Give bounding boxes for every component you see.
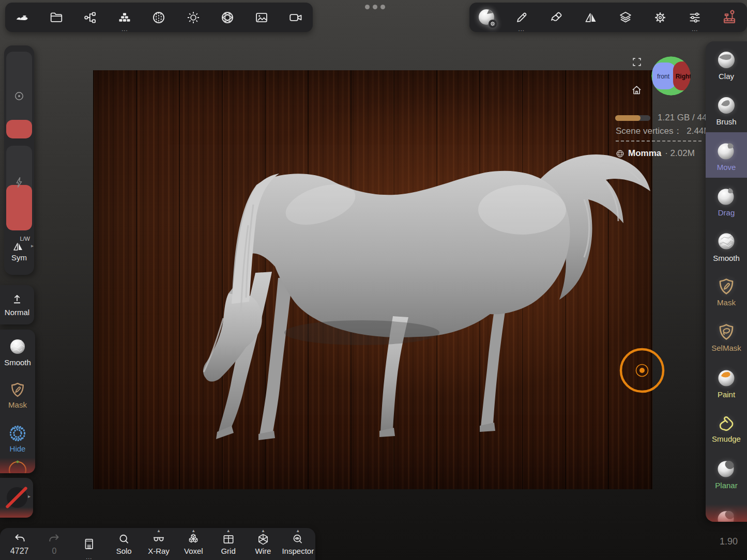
- folder-icon: [49, 10, 64, 25]
- horse-sculpture: [93, 70, 652, 489]
- tool-planar[interactable]: Planar: [706, 450, 747, 496]
- intensity-lightning-icon: [12, 176, 26, 189]
- selmask-tool-icon: [716, 322, 737, 343]
- interface-more-dots: ...: [692, 27, 698, 30]
- grid-caret: ▲: [226, 529, 231, 533]
- history-button[interactable]: ...: [72, 528, 106, 560]
- sym-label: Sym: [4, 253, 34, 262]
- files-button[interactable]: [39, 3, 73, 32]
- tool-mask[interactable]: Mask: [706, 269, 747, 314]
- nomad-sculpt-app: front Right 1.21 GB / 441 M Scene vertic…: [0, 0, 747, 560]
- scene-vertices: Scene vertices： 2.44M: [616, 125, 711, 137]
- topology-button[interactable]: ...: [108, 3, 142, 32]
- gizmo-right-label[interactable]: Right: [676, 73, 692, 80]
- move-tool-icon: [715, 139, 738, 162]
- gizmo-partial-icon[interactable]: [7, 460, 28, 473]
- orientation-gizmo[interactable]: front Right: [650, 55, 692, 97]
- undo-button[interactable]: 4727: [2, 528, 37, 560]
- mask-tool-icon: [716, 276, 737, 297]
- material-button[interactable]: [142, 3, 176, 32]
- symmetry-mirror-icon: [584, 10, 598, 25]
- normal-label: Normal: [5, 308, 29, 317]
- tool-smooth[interactable]: Smooth: [706, 223, 747, 269]
- drag-tool-icon: [715, 184, 738, 207]
- stroke-settings-button[interactable]: ...: [504, 3, 539, 32]
- quick-mask[interactable]: Mask: [0, 373, 35, 416]
- gizmo-front-label[interactable]: front: [657, 73, 670, 80]
- voxel-caret: ▲: [191, 529, 195, 533]
- quick-hide[interactable]: Hide: [0, 416, 35, 460]
- symmetry-button[interactable]: [573, 3, 608, 32]
- clay-tool-icon: [715, 48, 738, 71]
- pencil-icon: [514, 10, 529, 25]
- fullscreen-icon[interactable]: [631, 56, 643, 68]
- tool-selmask[interactable]: SelMask: [706, 314, 747, 360]
- stroke-more-dots: ...: [519, 27, 525, 30]
- memory-text: 1.21 GB / 441 M: [658, 113, 706, 123]
- smudge-tool-icon: [716, 413, 737, 433]
- falloff-expand-caret[interactable]: ▸: [28, 493, 31, 499]
- solo-button[interactable]: Solo: [106, 528, 141, 560]
- redo-count: 0: [52, 547, 57, 556]
- tool-drag[interactable]: Drag: [706, 178, 747, 223]
- home-icon[interactable]: [631, 84, 643, 96]
- stroke-normal-button[interactable]: Normal: [0, 285, 34, 324]
- toolbox-button[interactable]: [712, 3, 747, 32]
- image-icon: [254, 10, 269, 25]
- radius-slider[interactable]: [6, 52, 32, 138]
- sym-expand-caret[interactable]: ▸: [31, 243, 34, 248]
- brush-tool-icon: [715, 94, 738, 116]
- interface-button[interactable]: ...: [678, 3, 712, 32]
- tool-smudge[interactable]: Smudge: [706, 405, 747, 450]
- solo-magnifier-icon: [117, 533, 131, 546]
- mesh-sphere-icon: [616, 149, 624, 158]
- sliders-icon: [688, 10, 702, 25]
- voxel-button[interactable]: ▲ Voxel: [176, 528, 211, 560]
- painting-button[interactable]: [539, 3, 573, 32]
- tool-partial[interactable]: [706, 496, 747, 522]
- window-handle-dots[interactable]: [365, 5, 385, 9]
- layers-button[interactable]: [608, 3, 643, 32]
- aperture-icon: [220, 10, 235, 25]
- object-row[interactable]: Momma · 2.02M: [616, 148, 695, 159]
- symmetry-toggle-icon[interactable]: [11, 240, 25, 253]
- postprocess-button[interactable]: [210, 3, 245, 32]
- redo-button[interactable]: 0: [37, 528, 71, 560]
- paintbrush-icon: [549, 10, 563, 25]
- active-material-button[interactable]: [469, 3, 504, 32]
- wire-caret: ▲: [261, 529, 265, 533]
- settings-button[interactable]: [643, 3, 678, 32]
- tool-move[interactable]: Move: [706, 132, 747, 178]
- smooth-tool-icon: [715, 230, 738, 253]
- intensity-slider[interactable]: [6, 146, 32, 230]
- scene-graph-button[interactable]: [73, 3, 108, 32]
- tool-clay[interactable]: Clay: [706, 41, 747, 87]
- quick-smooth[interactable]: Smooth: [0, 330, 35, 373]
- hud-separator: [616, 141, 702, 142]
- object-name: Momma: [628, 148, 661, 159]
- lighting-button[interactable]: [176, 3, 210, 32]
- wire-button[interactable]: ▲ Wire: [246, 528, 280, 560]
- topology-icon: [117, 10, 132, 25]
- tool-brush[interactable]: Brush: [706, 87, 747, 132]
- turntable-camera-button[interactable]: [279, 3, 313, 32]
- history-more-dots: ...: [86, 555, 92, 558]
- active-matcap-sphere-icon: [476, 6, 498, 29]
- nomad-logo-button[interactable]: [5, 3, 39, 32]
- grid-icon: [222, 533, 235, 546]
- falloff-panel[interactable]: ▸: [0, 478, 33, 518]
- xray-button[interactable]: ▲ X-Ray: [141, 528, 176, 560]
- redo-icon: [48, 532, 61, 546]
- inspector-button[interactable]: ▲ Inspector: [281, 528, 315, 560]
- top-left-toolbar: ...: [5, 3, 313, 32]
- grid-button[interactable]: ▲ Grid: [211, 528, 246, 560]
- scene-graph-icon: [83, 10, 98, 25]
- tool-paint[interactable]: Paint: [706, 360, 747, 405]
- background-button[interactable]: [245, 3, 279, 32]
- object-vertex-count: · 2.02M: [665, 148, 695, 159]
- xray-caret: ▲: [157, 529, 161, 533]
- intensity-slider-fill: [6, 185, 32, 230]
- viewport-canvas[interactable]: [93, 70, 652, 489]
- matcap-hatched-icon: [151, 10, 166, 25]
- quick-mask-icon: [8, 381, 27, 399]
